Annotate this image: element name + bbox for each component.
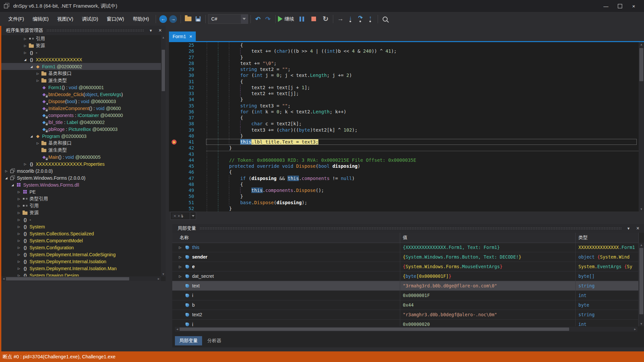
locals-row[interactable]: ▷dat_secret{byte[0x0000001F]}byte[] bbox=[172, 272, 639, 281]
tree-item[interactable]: lbl_title : Label @04000002 bbox=[1, 119, 161, 126]
chevron-collapsed-icon[interactable]: ▷ bbox=[179, 246, 184, 249]
code-line-46[interactable]: 46 { bbox=[169, 169, 639, 175]
code-line-31[interactable]: 31 { bbox=[169, 79, 639, 85]
close-icon[interactable]: × bbox=[157, 28, 163, 33]
code-line-27[interactable]: 27 } bbox=[169, 54, 639, 60]
tree-item[interactable]: ▷{}- bbox=[1, 49, 161, 56]
tree-item[interactable]: ▷{}- bbox=[1, 216, 161, 223]
code-line-35[interactable]: 35 string text3 = ""; bbox=[169, 103, 639, 109]
code-line-51[interactable]: 51 base.Dispose(disposing); bbox=[169, 200, 639, 206]
locals-row[interactable]: ▷e{System.Windows.Forms.MouseEventArgs}S… bbox=[172, 262, 639, 272]
locals-row[interactable]: ▷this{XXXXXXXXXXXXXXX.Form1, Text: Form1… bbox=[172, 243, 639, 252]
tree-item[interactable]: ▷派生类型 bbox=[1, 77, 161, 84]
explorer-horizontal-scrollbar[interactable]: ◄ ► bbox=[1, 276, 161, 281]
tree-item[interactable]: ★Dispose(bool) : void @06000003 bbox=[1, 98, 161, 105]
column-header-value[interactable]: 值 bbox=[400, 233, 576, 243]
restart-button[interactable]: ↻ bbox=[321, 14, 331, 24]
menu-item-2[interactable]: 视图(V) bbox=[53, 14, 78, 24]
chevron-collapsed-icon[interactable]: ▷ bbox=[16, 197, 22, 201]
bottom-tab-analyzer[interactable]: 分析器 bbox=[203, 336, 226, 345]
code-line-37[interactable]: 37 { bbox=[169, 115, 639, 121]
tree-item[interactable]: ◢System.Windows.Forms (2.0.0.0) bbox=[1, 174, 161, 181]
tree-item[interactable]: Form1() : void @06000001 bbox=[1, 84, 161, 91]
forward-button[interactable]: → bbox=[168, 14, 178, 24]
code-line-44[interactable]: 44 // Token: 0x06000003 RID: 3 RVA: 0x00… bbox=[169, 157, 639, 163]
chevron-collapsed-icon[interactable]: ▷ bbox=[16, 225, 22, 228]
code-line-36[interactable]: 36 for (int k = 0; k < text2.Length; k++… bbox=[169, 109, 639, 115]
chevron-collapsed-icon[interactable]: ▷ bbox=[3, 169, 9, 173]
step-over-button[interactable]: ↷ bbox=[355, 14, 365, 24]
code-line-42[interactable]: 42 } bbox=[169, 145, 639, 151]
tree-item[interactable]: ▷{}System.Deployment.Internal.Isolation bbox=[1, 258, 161, 265]
locals-row[interactable]: ▷sender{System.Windows.Forms.Button, Tex… bbox=[172, 252, 639, 262]
menu-item-4[interactable]: 窗口(W) bbox=[102, 14, 128, 24]
step-into-button[interactable]: ↓ bbox=[346, 14, 355, 24]
menu-item-5[interactable]: 帮助(H) bbox=[129, 14, 153, 24]
tree-item[interactable]: InitializeComponent() : void @0600 bbox=[1, 105, 161, 112]
tree-item[interactable]: ▷资源 bbox=[1, 209, 161, 216]
show-next-statement-button[interactable]: → bbox=[336, 14, 346, 24]
chevron-collapsed-icon[interactable]: ▷ bbox=[179, 265, 184, 269]
code-line-28[interactable]: 28 text += "\0"; bbox=[169, 60, 639, 66]
tree-item[interactable]: ▷{}System bbox=[1, 223, 161, 230]
chevron-collapsed-icon[interactable]: ▷ bbox=[179, 274, 184, 278]
back-button[interactable]: ← bbox=[158, 14, 168, 24]
chevron-collapsed-icon[interactable]: ▷ bbox=[35, 72, 41, 75]
tree-item[interactable]: ◢Program @02000003 bbox=[1, 133, 161, 140]
tree-item[interactable]: ▷{}System.Drawing.Design bbox=[1, 272, 161, 276]
chevron-collapsed-icon[interactable]: ▷ bbox=[16, 211, 22, 214]
code-line-45[interactable]: 45 protected override void Dispose(bool … bbox=[169, 163, 639, 169]
close-button[interactable]: × bbox=[627, 1, 641, 11]
close-icon[interactable]: × bbox=[635, 225, 641, 231]
tree-item[interactable]: ▷{}System.ComponentModel bbox=[1, 237, 161, 244]
tab-close-icon[interactable]: × bbox=[189, 33, 192, 39]
locals-vertical-scrollbar[interactable]: ▲ ▼ bbox=[639, 243, 644, 326]
menu-item-1[interactable]: 编辑(E) bbox=[28, 14, 53, 24]
drag-grip[interactable] bbox=[46, 29, 144, 32]
tree-item[interactable]: ▷类型引用 bbox=[1, 195, 161, 202]
column-header-name[interactable]: 名称 bbox=[172, 233, 400, 243]
tree-item[interactable]: ▷{}System.Configuration bbox=[1, 244, 161, 251]
code-line-29[interactable]: 29 string text2 = ""; bbox=[169, 66, 639, 72]
chevron-collapsed-icon[interactable]: ▷ bbox=[16, 190, 22, 194]
tree-item[interactable]: ▷引用 bbox=[1, 35, 161, 42]
code-line-34[interactable]: 34 } bbox=[169, 96, 639, 102]
column-header-type[interactable]: 类型 bbox=[576, 233, 639, 243]
chevron-collapsed-icon[interactable]: ▷ bbox=[16, 260, 22, 263]
menu-item-3[interactable]: 调试(D) bbox=[78, 14, 102, 24]
tree-item[interactable]: ◢System.Windows.Forms.dll bbox=[1, 181, 161, 188]
chevron-down-icon[interactable]: ▼ bbox=[148, 29, 154, 32]
chevron-collapsed-icon[interactable]: ▷ bbox=[35, 79, 41, 82]
code-line-52[interactable]: 52 } bbox=[169, 206, 639, 211]
tree-item[interactable]: ◢{}XXXXXXXXXXXXXXX bbox=[1, 56, 161, 63]
tree-item[interactable]: ▷引用 bbox=[1, 202, 161, 209]
chevron-down-icon[interactable] bbox=[190, 212, 196, 219]
code-line-41[interactable]: 41 this.lbl_title.Text = text3; bbox=[169, 139, 639, 145]
tree-item[interactable]: components : IContainer @0400000 bbox=[1, 112, 161, 119]
chevron-expanded-icon[interactable]: ◢ bbox=[22, 58, 28, 61]
code-line-25[interactable]: 25 { bbox=[169, 42, 639, 48]
locals-row[interactable]: j0x00000020int bbox=[172, 320, 639, 326]
continue-button[interactable]: 继续 bbox=[278, 14, 294, 24]
tree-item[interactable]: ▷基类和接口 bbox=[1, 70, 161, 77]
code-line-50[interactable]: 50 } bbox=[169, 193, 639, 199]
chevron-down-icon[interactable] bbox=[241, 15, 248, 24]
save-all-button[interactable] bbox=[193, 14, 203, 24]
tree-item[interactable]: ▷{}System.Deployment.Internal.Isolation.… bbox=[1, 265, 161, 272]
redo-button[interactable]: ↷ bbox=[263, 14, 273, 24]
tree-item[interactable]: 派生类型 bbox=[1, 147, 161, 153]
editor-vertical-scrollbar[interactable]: ▲ ▼ bbox=[639, 42, 644, 211]
tree-item[interactable]: Main() : void @06000005 bbox=[1, 153, 161, 160]
chevron-collapsed-icon[interactable]: ▷ bbox=[16, 267, 22, 270]
tree-item[interactable]: ▷PE bbox=[1, 188, 161, 195]
code-area[interactable]: 25 {26 text += (char)((b >> 4 | ((int)b … bbox=[169, 42, 639, 211]
locals-row[interactable]: text2"r3amghr3.d0b.b0degf@alero-.noc\0m"… bbox=[172, 310, 639, 320]
chevron-expanded-icon[interactable]: ◢ bbox=[3, 176, 9, 180]
tree-item[interactable]: btnDecode_Click(object, EventArgs) bbox=[1, 91, 161, 98]
code-line-43[interactable]: 43 bbox=[169, 151, 639, 157]
chevron-collapsed-icon[interactable]: ▷ bbox=[22, 162, 28, 166]
chevron-expanded-icon[interactable]: ◢ bbox=[28, 65, 34, 68]
chevron-collapsed-icon[interactable]: ▷ bbox=[16, 204, 22, 208]
chevron-collapsed-icon[interactable]: ▷ bbox=[22, 44, 28, 47]
code-line-39[interactable]: 39 text3 += (char)((byte)text2[k] ^ 102)… bbox=[169, 127, 639, 133]
